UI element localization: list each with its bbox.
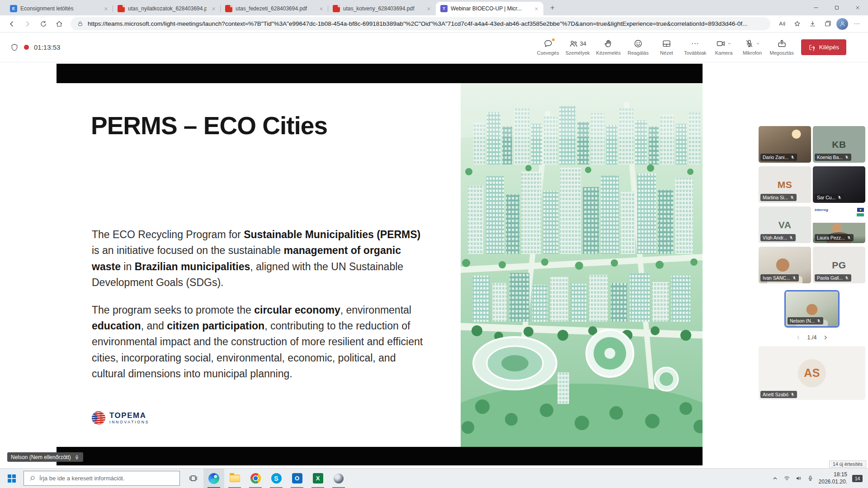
participant-tile[interactable]: InterregLaura Pezz... bbox=[813, 206, 865, 243]
toolbar-react-button[interactable]: Reagálás bbox=[625, 37, 651, 58]
taskbar-app-edge[interactable] bbox=[203, 469, 224, 488]
letterbox-bottom bbox=[57, 447, 703, 465]
tray-mic-icon[interactable] bbox=[807, 475, 814, 482]
start-button[interactable] bbox=[0, 469, 24, 488]
tab-close-icon[interactable] bbox=[317, 5, 325, 12]
window-minimize-button[interactable] bbox=[806, 0, 826, 15]
teams-toolbar-buttons: Csevegés34SzemélyekKézemelésReagálásNéze… bbox=[535, 37, 796, 58]
address-bar[interactable]: https://teams.microsoft.com/light-meetin… bbox=[71, 17, 770, 30]
participant-tile[interactable]: Ivan SANC... bbox=[759, 247, 811, 283]
toolbar-people-button[interactable]: 34Személyek bbox=[564, 37, 592, 58]
browser-menu-button[interactable] bbox=[850, 17, 863, 31]
participant-tile[interactable]: Dario Zani... bbox=[759, 126, 811, 163]
camera-icon bbox=[716, 39, 726, 48]
taskbar-app-outlook[interactable]: O bbox=[287, 469, 307, 488]
taskbar-search[interactable] bbox=[24, 471, 180, 486]
browser-tab[interactable]: utas_kotveny_628403694.pdf bbox=[328, 2, 436, 15]
toolbar-camera-button[interactable]: Kamera bbox=[711, 37, 737, 58]
network-icon[interactable] bbox=[783, 475, 790, 482]
toolbar-share-button[interactable]: Megosztás bbox=[768, 37, 796, 58]
taskbar-app-chrome[interactable] bbox=[245, 469, 266, 488]
toolbar-button-label: Személyek bbox=[566, 50, 590, 56]
chevron-down-icon[interactable] bbox=[727, 41, 732, 46]
outlook-icon: O bbox=[292, 473, 302, 483]
tab-title: utas_kotveny_628403694.pdf bbox=[343, 5, 422, 12]
toolbar-button-label: Megosztás bbox=[770, 50, 794, 56]
participant-tile[interactable]: Sar Cu... bbox=[813, 166, 865, 203]
volume-icon[interactable] bbox=[795, 475, 802, 482]
taskbar-app-app-8[interactable] bbox=[328, 469, 349, 488]
toolbar-mic-button[interactable]: Mikrofon bbox=[740, 37, 765, 58]
spotlight-participant[interactable]: AS Anett Szabó bbox=[759, 346, 865, 400]
participant-tile[interactable]: KBKoenig Ba... bbox=[813, 126, 865, 163]
task-view-icon bbox=[189, 474, 198, 483]
pager-next-icon[interactable] bbox=[822, 334, 829, 341]
taskbar-app-task-view[interactable] bbox=[183, 469, 203, 488]
slide-paragraph: The program seeks to promote the circula… bbox=[92, 302, 430, 382]
url-text: https://teams.microsoft.com/light-meetin… bbox=[88, 20, 764, 27]
toolbar-more-button[interactable]: Továbbiak bbox=[682, 37, 708, 58]
profile-avatar[interactable] bbox=[836, 18, 848, 30]
slide-paragraphs: The ECO Recycling Program for Sustainabl… bbox=[92, 227, 430, 394]
tab-close-icon[interactable] bbox=[533, 5, 540, 12]
read-aloud-button[interactable] bbox=[775, 17, 788, 31]
search-input[interactable] bbox=[39, 475, 175, 482]
spotlight-avatar: AS bbox=[798, 359, 826, 387]
tab-close-icon[interactable] bbox=[210, 5, 217, 12]
refresh-button[interactable] bbox=[36, 17, 50, 31]
forward-button[interactable] bbox=[20, 17, 34, 31]
back-button[interactable] bbox=[5, 17, 19, 31]
participant-tile[interactable]: PGPaola Gall... bbox=[813, 247, 865, 283]
collections-button[interactable] bbox=[821, 17, 835, 31]
tray-expand-icon[interactable] bbox=[772, 475, 778, 482]
browser-menu-icon bbox=[853, 20, 861, 28]
participant-tile[interactable]: VAVígh Andr... bbox=[759, 206, 811, 243]
taskbar-clock[interactable]: 18:15 2026.01.20. bbox=[819, 471, 847, 485]
browser-tab[interactable]: utas_nyilatkozatok_628403694.pd... bbox=[113, 2, 221, 15]
skype-icon: S bbox=[271, 473, 282, 483]
chrome-icon bbox=[250, 473, 261, 483]
notification-count-badge[interactable]: 14 bbox=[852, 475, 863, 482]
window-close-button[interactable] bbox=[847, 0, 868, 15]
spotlight-initials: AS bbox=[804, 366, 820, 380]
topema-logo: TOPEMA INNOVATIONS bbox=[92, 411, 149, 425]
home-button[interactable] bbox=[52, 17, 66, 31]
participant-tile[interactable]: Nelson (N... bbox=[786, 291, 838, 326]
search-icon bbox=[29, 475, 36, 482]
meeting-info: 01:13:53 bbox=[10, 43, 60, 52]
toolbar-raise-hand-button[interactable]: Kézemelés bbox=[594, 37, 623, 58]
participant-name: Koenig Ba... bbox=[817, 155, 843, 160]
browser-tab[interactable]: TWebinar BIOECO-UP | Micr... bbox=[436, 2, 543, 15]
pager-label: 1./4 bbox=[807, 334, 817, 341]
meeting-security-icon bbox=[10, 43, 19, 52]
tab-close-icon[interactable] bbox=[425, 5, 432, 12]
pinned-participant[interactable]: Nelson (N... bbox=[784, 290, 840, 328]
tab-close-icon[interactable] bbox=[102, 5, 109, 12]
participant-tile[interactable]: MSMartina Si... bbox=[759, 166, 811, 203]
participant-name-label: Nelson (N... bbox=[788, 317, 823, 325]
eco-city-illustration bbox=[461, 83, 703, 447]
tab-favicon-pdf bbox=[225, 5, 232, 12]
tab-favicon-pdf bbox=[333, 5, 340, 12]
browser-tab[interactable]: EEconsignment letöltés bbox=[5, 2, 113, 15]
site-info-icon[interactable] bbox=[77, 20, 84, 27]
toolbar-button-label: Csevegés bbox=[537, 50, 559, 56]
leave-button-label: Kilépés bbox=[819, 44, 839, 51]
leave-button[interactable]: Kilépés bbox=[801, 39, 846, 55]
taskbar-app-skype[interactable]: S bbox=[266, 469, 287, 488]
pager-prev-icon[interactable] bbox=[795, 334, 802, 341]
mic-muted-icon bbox=[844, 276, 849, 280]
toolbar-chat-button[interactable]: Csevegés bbox=[535, 37, 561, 58]
taskbar-app-excel[interactable]: X bbox=[307, 469, 328, 488]
close-icon bbox=[854, 5, 861, 11]
chevron-down-icon[interactable] bbox=[755, 41, 760, 46]
meeting-timer: 01:13:53 bbox=[34, 43, 60, 51]
window-maximize-button[interactable] bbox=[826, 0, 847, 15]
participant-grid: Dario Zani...KBKoenig Ba...MSMartina Si.… bbox=[759, 126, 865, 283]
browser-tab[interactable]: utas_fedezeti_628403694.pdf bbox=[221, 2, 328, 15]
new-tab-button[interactable] bbox=[546, 1, 559, 14]
downloads-button[interactable] bbox=[806, 17, 819, 31]
taskbar-app-file-explorer[interactable] bbox=[224, 469, 245, 488]
favorites-button[interactable] bbox=[790, 17, 804, 31]
toolbar-view-button[interactable]: Nézet bbox=[654, 37, 679, 58]
